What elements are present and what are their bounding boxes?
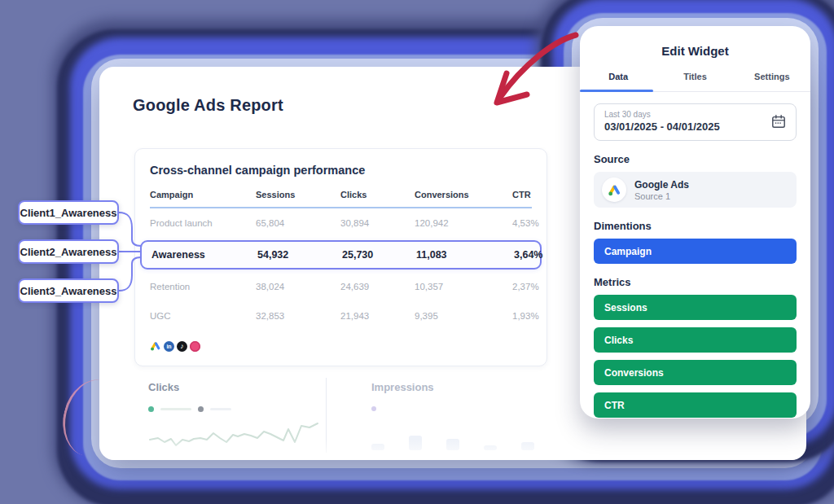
col-conversions: Conversions — [415, 190, 512, 199]
source-name: Google Ads — [634, 179, 689, 191]
table-row-highlighted[interactable]: Awareness 54,932 25,730 11,083 3,64% — [140, 240, 542, 270]
metric-conversions-button[interactable]: Conversions — [594, 360, 797, 385]
source-text: Google Ads Source 1 — [634, 179, 689, 201]
source-icons-row: in ♪ — [150, 340, 532, 352]
metrics-heading: Metrics — [594, 276, 797, 288]
callout-client1: Client1_Awareness — [18, 200, 119, 225]
page-title: Google Ads Report — [133, 96, 283, 115]
cell-sessions: 65,804 — [256, 218, 340, 228]
red-arrow-annotation — [476, 27, 582, 112]
legend-line — [160, 408, 191, 410]
tab-data[interactable]: Data — [580, 72, 656, 91]
metric-sessions-button[interactable]: Sessions — [594, 295, 797, 320]
callout-connector-lines — [114, 204, 151, 305]
callout-client3: Client3_Awareness — [18, 278, 119, 303]
panel-body: Last 30 days 03/01/2025 - 04/01/2025 Sou… — [580, 92, 810, 418]
legend-dot-faint — [371, 406, 376, 411]
metric-ctr-button[interactable]: CTR — [594, 392, 797, 418]
source-heading: Source — [594, 153, 797, 165]
dimension-campaign-button[interactable]: Campaign — [594, 239, 797, 264]
cell-sessions: 38,024 — [256, 282, 340, 291]
date-preset-label: Last 30 days — [604, 110, 720, 119]
col-ctr: CTR — [512, 190, 532, 199]
date-range-text: Last 30 days 03/01/2025 - 04/01/2025 — [604, 110, 720, 133]
google-ads-icon — [608, 183, 621, 197]
instagram-icon — [190, 341, 200, 352]
cell-clicks: 25,730 — [342, 249, 416, 261]
col-sessions: Sessions — [256, 190, 340, 199]
cell-ctr: 1,93% — [512, 311, 539, 321]
table-row: UGC 32,853 21,943 9,395 1,93% — [150, 301, 532, 331]
cell-campaign: UGC — [150, 311, 256, 321]
cell-conversions: 9,395 — [415, 311, 512, 321]
panel-title: Edit Widget — [580, 44, 810, 58]
cell-conversions: 120,942 — [415, 218, 512, 228]
legend-dot-teal — [148, 406, 154, 412]
tab-settings[interactable]: Settings — [734, 72, 810, 91]
active-tab-underline — [580, 90, 653, 92]
calendar-icon[interactable] — [771, 114, 786, 129]
clicks-chart-legend — [148, 406, 326, 412]
date-range-picker[interactable]: Last 30 days 03/01/2025 - 04/01/2025 — [594, 103, 797, 141]
cell-ctr: 3,64% — [514, 249, 542, 261]
panel-tabs: Data Titles Settings — [580, 72, 810, 92]
metric-clicks-button[interactable]: Clicks — [594, 327, 797, 353]
clicks-chart-title: Clicks — [148, 381, 326, 393]
table-row: Retention 38,024 24,639 10,357 2,37% — [150, 272, 532, 301]
cell-clicks: 30,894 — [340, 218, 415, 228]
linkedin-icon: in — [164, 341, 174, 352]
bottom-fade — [101, 439, 805, 460]
source-subtitle: Source 1 — [634, 191, 689, 201]
cell-campaign: Retention — [150, 282, 256, 291]
callout-client2: Client2_Awareness — [18, 239, 119, 264]
cell-ctr: 4,53% — [512, 218, 539, 228]
col-clicks: Clicks — [340, 190, 415, 199]
col-campaign: Campaign — [150, 190, 256, 199]
cell-sessions: 32,853 — [256, 311, 340, 321]
dimensions-heading: Dimentions — [594, 220, 797, 232]
google-ads-icon — [150, 340, 161, 352]
cell-clicks: 24,639 — [340, 282, 415, 291]
tab-titles[interactable]: Titles — [656, 72, 733, 91]
cell-sessions: 54,932 — [257, 249, 342, 261]
edit-widget-panel: Edit Widget Data Titles Settings Last 30… — [580, 26, 810, 419]
cell-conversions: 10,357 — [415, 282, 512, 291]
cell-campaign: Awareness — [151, 249, 257, 261]
cell-clicks: 21,943 — [340, 311, 415, 321]
date-range-value: 03/01/2025 - 04/01/2025 — [604, 121, 720, 133]
source-avatar — [602, 177, 626, 202]
cell-ctr: 2,37% — [512, 282, 539, 291]
widget-title: Cross-channel campaign performance — [150, 164, 532, 177]
legend-line — [210, 408, 231, 410]
source-card[interactable]: Google Ads Source 1 — [594, 172, 797, 208]
campaign-table-widget: Cross-channel campaign performance Campa… — [134, 148, 547, 366]
table-header: Campaign Sessions Clicks Conversions CTR — [150, 190, 532, 208]
cell-conversions: 11,083 — [416, 249, 514, 261]
tiktok-icon: ♪ — [177, 341, 187, 352]
table-row: Product launch 65,804 30,894 120,942 4,5… — [150, 208, 532, 238]
legend-dot-gray — [198, 406, 204, 412]
cell-campaign: Product launch — [150, 218, 256, 228]
